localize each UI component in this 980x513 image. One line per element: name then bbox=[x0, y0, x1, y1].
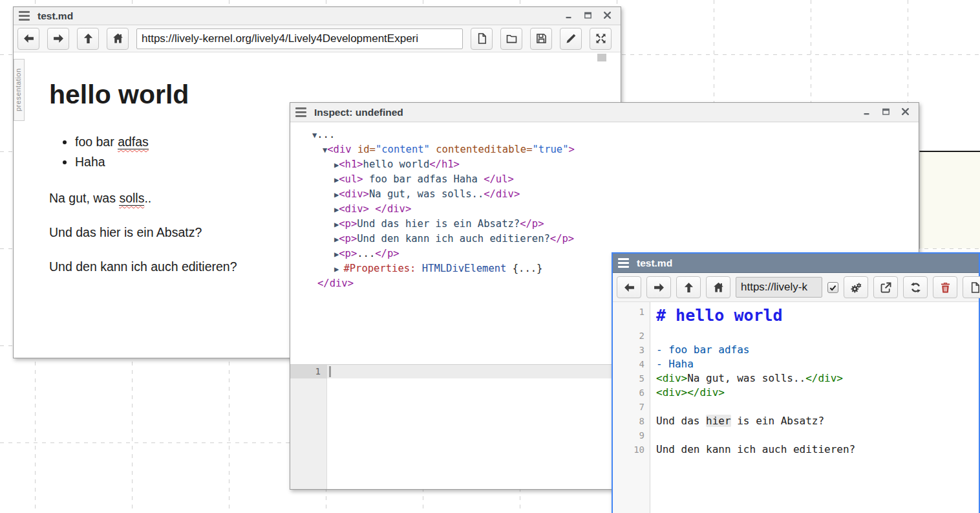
dom-tree-node[interactable]: ▶<ul> foo bar adfas Haha </ul> bbox=[310, 172, 919, 187]
dom-tree-node[interactable]: ▶<p>Und das hier is ein Absatz?</p> bbox=[310, 217, 919, 232]
titlebar[interactable]: test.md bbox=[14, 7, 621, 25]
arrow-right-icon bbox=[652, 281, 666, 294]
code-line[interactable]: 10Und den kann ich auch editieren? bbox=[613, 442, 979, 457]
minimize-button[interactable] bbox=[858, 105, 875, 120]
pencil-button[interactable] bbox=[560, 28, 582, 50]
code-token: # hello world bbox=[656, 306, 783, 325]
code-line[interactable]: 2 bbox=[613, 329, 979, 343]
home-button[interactable] bbox=[107, 28, 129, 50]
close-button[interactable] bbox=[599, 9, 615, 23]
line-number: 1 bbox=[290, 365, 327, 378]
menu-icon[interactable] bbox=[618, 258, 629, 268]
maximize-icon bbox=[583, 10, 593, 20]
tag-token: <div> bbox=[339, 188, 369, 200]
maximize-button[interactable] bbox=[877, 105, 894, 120]
code-line[interactable]: 3- foo bar adfas bbox=[613, 343, 979, 357]
arrow-left-button[interactable] bbox=[617, 276, 641, 298]
maximize-button[interactable] bbox=[579, 9, 596, 23]
line-number: 4 bbox=[613, 357, 650, 371]
arrow-left-button[interactable] bbox=[17, 28, 39, 50]
arrow-up-button[interactable] bbox=[676, 276, 701, 298]
repl-gutter bbox=[290, 365, 327, 489]
line-number: 10 bbox=[613, 442, 650, 457]
trash-button[interactable] bbox=[933, 276, 957, 298]
folder-button[interactable] bbox=[500, 28, 522, 50]
save-icon bbox=[535, 32, 548, 45]
code-line[interactable]: 7 bbox=[613, 400, 979, 414]
dom-tree-node[interactable]: ▼... bbox=[310, 127, 919, 142]
tag-token: <ul> bbox=[339, 173, 363, 185]
minimize-button[interactable] bbox=[560, 9, 577, 23]
expand-toggle-icon[interactable]: ▶ bbox=[334, 265, 343, 274]
text-run: Na gut, was bbox=[49, 191, 119, 205]
code-line[interactable]: 6<div></div> bbox=[613, 386, 979, 400]
code-line[interactable]: 4- Haha bbox=[613, 357, 979, 371]
code-editor[interactable]: 1# hello world23- foo bar adfas4- Haha5<… bbox=[613, 302, 979, 513]
titlebar[interactable]: Inspect: undefined bbox=[290, 103, 919, 122]
arrow-right-button[interactable] bbox=[47, 28, 69, 50]
tag-token: </div> bbox=[484, 188, 520, 200]
code-text: <div>Na gut, was solls..</div> bbox=[650, 371, 843, 386]
external-link-button[interactable] bbox=[873, 276, 898, 298]
new-file-icon bbox=[475, 32, 489, 45]
dom-tree-node[interactable]: ▶<div> </div> bbox=[310, 202, 919, 217]
arrow-up-button[interactable] bbox=[77, 28, 99, 50]
code-token: </div> bbox=[805, 372, 843, 384]
checkbox[interactable] bbox=[827, 282, 838, 293]
code-text: <div></div> bbox=[650, 386, 725, 400]
url-input[interactable] bbox=[736, 277, 822, 298]
plain-token: ... bbox=[317, 129, 335, 140]
txt-token: hello world bbox=[363, 158, 430, 170]
close-button[interactable] bbox=[897, 105, 913, 120]
home-icon bbox=[712, 281, 725, 294]
plain-token: {...} bbox=[513, 263, 543, 274]
minimize-icon bbox=[862, 107, 871, 116]
val-token: "true" bbox=[533, 144, 569, 155]
dom-tree-node[interactable]: ▶<h1>hello world</h1> bbox=[310, 157, 919, 172]
scrollbar-thumb[interactable] bbox=[597, 54, 606, 61]
code-line[interactable]: 9 bbox=[613, 428, 979, 442]
new-file-button[interactable] bbox=[963, 276, 980, 298]
dom-tree-node[interactable]: ▼<div id="content" contenteditable="true… bbox=[310, 142, 919, 157]
code-token: <div> bbox=[656, 372, 687, 384]
presentation-tab[interactable]: presentation bbox=[14, 59, 25, 121]
line-number: 5 bbox=[613, 371, 650, 386]
window-markdown-editor[interactable]: test.md 1# hello world23- foo bar adfas4… bbox=[612, 252, 980, 513]
arrow-right-button[interactable] bbox=[646, 276, 671, 298]
txt-token: foo bar adfas Haha bbox=[363, 173, 484, 185]
expand-button[interactable] bbox=[590, 28, 612, 50]
tag-token: > bbox=[569, 144, 575, 155]
dom-tree-node[interactable]: ▶<p>Und den kann ich auch editieren?</p> bbox=[310, 232, 919, 246]
tag-token: <p> bbox=[339, 218, 357, 230]
tag-token: <h1> bbox=[339, 158, 363, 170]
menu-icon[interactable] bbox=[295, 107, 306, 117]
tag-token: </p> bbox=[520, 218, 544, 230]
text-run: foo bar bbox=[75, 135, 118, 149]
window-title: test.md bbox=[637, 257, 672, 269]
new-file-button[interactable] bbox=[471, 28, 493, 50]
tag-token: </h1> bbox=[429, 158, 460, 170]
close-icon bbox=[602, 10, 612, 20]
dom-tree-node[interactable]: ▶<div>Na gut, was solls..</div> bbox=[310, 187, 919, 202]
code-line[interactable]: 5<div>Na gut, was solls..</div> bbox=[613, 371, 979, 386]
background-panel bbox=[919, 151, 980, 248]
code-line[interactable]: 8Und das hier is ein Absatz? bbox=[613, 414, 979, 428]
home-button[interactable] bbox=[706, 276, 730, 298]
titlebar[interactable]: test.md bbox=[613, 254, 979, 273]
tag-token: <p> bbox=[339, 233, 357, 245]
line-number: 2 bbox=[613, 329, 650, 343]
menu-icon[interactable] bbox=[19, 11, 30, 21]
tag-token: <div> bbox=[339, 203, 369, 215]
gears-button[interactable] bbox=[844, 276, 868, 298]
close-icon bbox=[900, 107, 910, 116]
window-title: Inspect: undefined bbox=[314, 107, 403, 118]
text-run: Und das hier is ein Absatz? bbox=[49, 225, 202, 239]
save-button[interactable] bbox=[530, 28, 552, 50]
code-line[interactable]: 1# hello world bbox=[613, 305, 979, 329]
url-input[interactable] bbox=[136, 28, 463, 49]
text-run: Haha bbox=[75, 155, 105, 169]
refresh-button[interactable] bbox=[903, 276, 928, 298]
plain-token: ... bbox=[357, 248, 375, 259]
home-icon bbox=[111, 32, 125, 45]
arrow-up-icon bbox=[682, 281, 696, 294]
